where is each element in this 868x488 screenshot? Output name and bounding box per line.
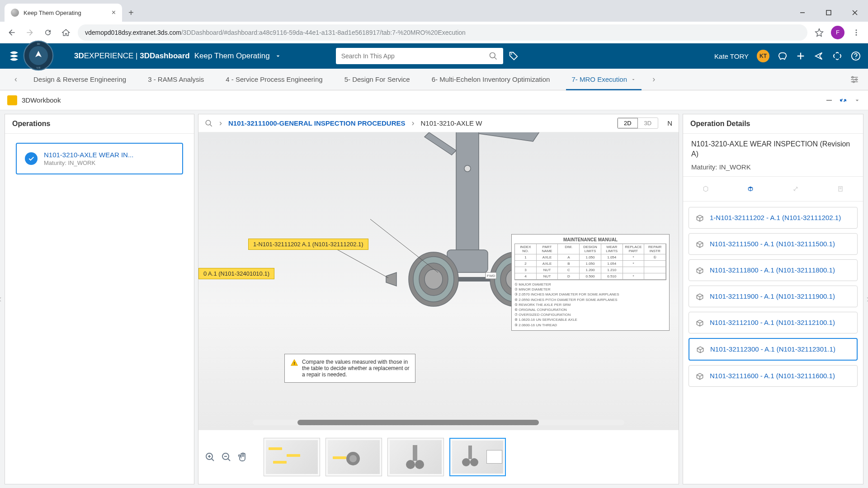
tag-icon[interactable] bbox=[509, 51, 519, 61]
url-input[interactable]: vdemopd018dsy.extranet.3ds.com/3DDashboa… bbox=[78, 24, 807, 41]
maximize-icon[interactable] bbox=[816, 4, 842, 22]
browser-tab[interactable]: Keep Them Operating × bbox=[5, 4, 122, 22]
search-icon[interactable] bbox=[205, 119, 213, 127]
breadcrumb-sep: › bbox=[412, 118, 415, 128]
main-content: ‹ › Operations N101-3210-AXLE WEAR IN...… bbox=[0, 110, 868, 488]
home-icon[interactable] bbox=[60, 26, 72, 39]
close-tab-icon[interactable]: × bbox=[112, 9, 116, 17]
note-text: Compare the values measured with those i… bbox=[302, 359, 410, 378]
svg-point-12 bbox=[490, 53, 495, 58]
breadcrumb-sep: › bbox=[219, 118, 222, 128]
compass-icon[interactable]: 3D V.R bbox=[23, 40, 54, 71]
hand-icon[interactable] bbox=[237, 452, 248, 463]
star-icon[interactable] bbox=[813, 26, 826, 39]
cube-icon bbox=[695, 319, 704, 328]
tabs-prev-icon[interactable]: ‹ bbox=[9, 75, 23, 84]
zoom-in-icon[interactable] bbox=[205, 452, 216, 463]
view-2d-button[interactable]: 2D bbox=[618, 118, 638, 128]
detail-item-label: N101-32112100 - A.1 (N101-32112100.1) bbox=[710, 318, 835, 327]
panel-prev-icon[interactable]: ‹ bbox=[0, 293, 1, 305]
thumbnail[interactable] bbox=[326, 438, 382, 476]
notification-icon[interactable] bbox=[778, 51, 788, 61]
viewer-panel: › N101-32111000-GENERAL INSPECTION PROCE… bbox=[198, 114, 679, 484]
chevron-down-icon[interactable] bbox=[631, 77, 636, 82]
svg-point-23 bbox=[856, 79, 857, 80]
tab-tools-icon[interactable] bbox=[790, 183, 802, 195]
operation-name: N101-3210-AXLE WEAR IN... bbox=[44, 151, 174, 159]
horizontal-scrollbar[interactable] bbox=[253, 420, 624, 425]
breadcrumb-link[interactable]: N101-32111000-GENERAL INSPECTION PROCEDU… bbox=[228, 119, 406, 127]
tab-docs-icon[interactable] bbox=[835, 183, 846, 195]
minimize-widget-icon[interactable] bbox=[826, 97, 833, 104]
detail-tabs bbox=[683, 177, 863, 202]
user-avatar[interactable]: KT bbox=[757, 50, 769, 62]
operation-maturity: Maturity: IN_WORK bbox=[44, 160, 174, 166]
url-path: /3DDashboard/#dashboard:a48c9116-59da-44… bbox=[181, 29, 466, 36]
tab-rams[interactable]: 3 - RAMS Analysis bbox=[137, 69, 215, 90]
tab-service-process[interactable]: 4 - Service Process Engineering bbox=[215, 69, 333, 90]
svg-point-6 bbox=[856, 34, 857, 35]
tab-inventory[interactable]: 6- Multi-Echelon Inventory Optimization bbox=[421, 69, 561, 90]
manual-title: MAINTENANCE MANUAL bbox=[514, 237, 666, 242]
minimize-icon[interactable] bbox=[789, 4, 816, 22]
back-icon[interactable] bbox=[5, 26, 18, 39]
user-name[interactable]: Kate TORY bbox=[714, 52, 749, 60]
svg-line-13 bbox=[494, 57, 496, 60]
detail-name: N101-3210-AXLE WEAR INSPECTION (Revision… bbox=[691, 139, 855, 160]
tab-design-for-service[interactable]: 5- Design For Service bbox=[334, 69, 421, 90]
window-controls bbox=[789, 4, 868, 22]
detail-item-label: N101-32111900 - A.1 (N101-32111900.1) bbox=[710, 291, 835, 301]
svg-point-57 bbox=[349, 455, 357, 462]
app-subtitle[interactable]: Keep Them Operating bbox=[194, 52, 270, 61]
tab-design[interactable]: Design & Reverse Engineering bbox=[23, 69, 137, 90]
share-icon[interactable] bbox=[814, 51, 824, 61]
tab-info-icon[interactable] bbox=[700, 183, 712, 195]
detail-item[interactable]: 1-N101-32111202 - A.1 (N101-32111202.1) bbox=[689, 207, 858, 229]
help-icon[interactable] bbox=[851, 51, 861, 61]
tabs-next-icon[interactable]: › bbox=[647, 75, 660, 84]
detail-item[interactable]: N101-32111500 - A.1 (N101-32111500.1) bbox=[689, 233, 858, 255]
forward-icon[interactable] bbox=[24, 26, 36, 39]
detail-item[interactable]: N101-32112100 - A.1 (N101-32112100.1) bbox=[689, 312, 858, 333]
thumbnail[interactable] bbox=[449, 438, 506, 476]
callout-label[interactable]: 0 A.1 (N101-32401010.1) bbox=[198, 268, 274, 279]
collab-icon[interactable] bbox=[832, 51, 843, 61]
svg-point-62 bbox=[462, 458, 470, 466]
svg-text:3D: 3D bbox=[37, 42, 40, 45]
plus-icon[interactable] bbox=[796, 51, 806, 61]
viewer-canvas[interactable]: FWD 1-N101-32111202 A.1 (N101-32111202.1… bbox=[198, 132, 679, 430]
view-3d-button[interactable]: 3D bbox=[638, 118, 658, 128]
zoom-out-icon[interactable] bbox=[221, 452, 232, 463]
tab-mro[interactable]: 7- MRO Execution bbox=[561, 69, 647, 90]
maintenance-manual: MAINTENANCE MANUAL INDEX NO.PART NAMEDIM… bbox=[511, 234, 670, 331]
search-box[interactable] bbox=[336, 48, 503, 64]
chevron-down-icon[interactable] bbox=[854, 97, 861, 104]
callout-label[interactable]: 1-N101-32111202 A.1 (N101-32111202.1) bbox=[248, 239, 368, 250]
new-tab-button[interactable]: + bbox=[122, 4, 140, 22]
detail-item[interactable]: N101-32111800 - A.1 (N101-32111800.1) bbox=[689, 259, 858, 281]
ds-logo-icon bbox=[7, 49, 21, 63]
svg-point-4 bbox=[856, 29, 857, 31]
reload-icon[interactable] bbox=[42, 26, 54, 39]
thumbnail[interactable] bbox=[387, 438, 444, 476]
tab-settings-icon[interactable] bbox=[850, 75, 859, 84]
search-icon[interactable] bbox=[489, 52, 498, 61]
collapse-icon[interactable] bbox=[839, 96, 847, 104]
profile-avatar[interactable]: F bbox=[831, 26, 844, 39]
svg-rect-1 bbox=[826, 10, 831, 15]
svg-text:V.R: V.R bbox=[37, 66, 41, 69]
operation-card[interactable]: N101-3210-AXLE WEAR IN... Maturity: IN_W… bbox=[16, 143, 183, 174]
viewer-breadcrumb: › N101-32111000-GENERAL INSPECTION PROCE… bbox=[198, 114, 679, 132]
scrollbar-thumb[interactable] bbox=[297, 420, 539, 425]
search-input[interactable] bbox=[341, 52, 489, 60]
thumbnail[interactable] bbox=[264, 438, 320, 476]
chevron-down-icon[interactable] bbox=[274, 52, 282, 60]
close-window-icon[interactable] bbox=[842, 4, 868, 22]
detail-item[interactable]: N101-32111900 - A.1 (N101-32111900.1) bbox=[689, 286, 858, 307]
cube-icon bbox=[695, 292, 704, 301]
detail-item[interactable]: N101-32111600 - A.1 (N101-32111600.1) bbox=[689, 365, 858, 387]
menu-icon[interactable] bbox=[850, 26, 863, 39]
detail-item[interactable]: N101-32112300 - A.1 (N101-32112301.1) bbox=[689, 338, 858, 361]
url-host: vdemopd018dsy.extranet.3ds.com bbox=[85, 29, 181, 36]
tab-parts-icon[interactable] bbox=[745, 183, 756, 195]
